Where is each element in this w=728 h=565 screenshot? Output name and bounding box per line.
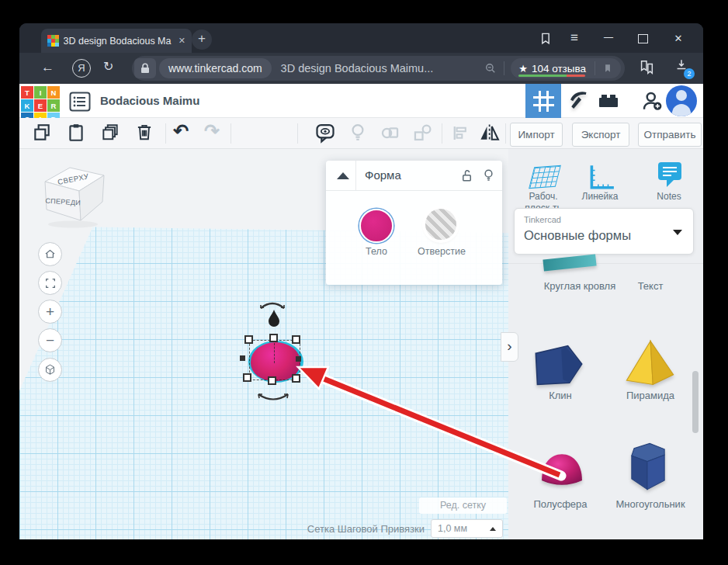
lock-icon[interactable] bbox=[134, 58, 156, 78]
side-handle[interactable] bbox=[296, 356, 301, 362]
tab-favicon bbox=[47, 35, 59, 47]
copy-icon[interactable] bbox=[32, 123, 52, 143]
shape-label: Клин bbox=[514, 390, 607, 401]
rating-bar bbox=[518, 75, 585, 77]
browser-menu-button[interactable]: ≡ bbox=[566, 30, 583, 46]
snap-grid-select[interactable]: 1,0 мм bbox=[431, 519, 503, 538]
ruler-icon[interactable] bbox=[586, 163, 615, 191]
lightbulb-icon[interactable] bbox=[347, 122, 369, 144]
reload-button[interactable]: ↻ bbox=[103, 59, 113, 74]
send-button[interactable]: Отправить bbox=[638, 123, 702, 147]
back-button[interactable]: ← bbox=[41, 60, 54, 75]
shape-tile-round-roof[interactable] bbox=[543, 254, 596, 271]
height-dash-line bbox=[274, 343, 275, 363]
home-view-button[interactable] bbox=[38, 242, 62, 266]
unlock-icon[interactable] bbox=[459, 168, 474, 183]
ungroup-icon[interactable] bbox=[412, 123, 433, 144]
screen: 3D design Bodacious Ma ✕ + ≡ — ✕ ← Я ↻ w… bbox=[0, 0, 728, 565]
lego-brick-icon[interactable] bbox=[597, 91, 620, 111]
side-handle[interactable] bbox=[240, 355, 245, 361]
hole-option[interactable] bbox=[425, 209, 456, 240]
edit-grid-button[interactable]: Ред. сетку bbox=[419, 497, 507, 514]
browser-tab[interactable]: 3D design Bodacious Ma ✕ bbox=[41, 29, 192, 53]
shape-tile-polygon[interactable] bbox=[622, 438, 674, 495]
grid-icon bbox=[533, 91, 554, 112]
import-button[interactable]: Импорт bbox=[510, 123, 563, 147]
reviews-badge[interactable]: ★ 104 отзыва bbox=[511, 58, 621, 78]
notes-icon[interactable] bbox=[656, 160, 684, 191]
window-close-button[interactable]: ✕ bbox=[670, 31, 687, 47]
fit-view-button[interactable] bbox=[38, 271, 62, 295]
perspective-button[interactable] bbox=[38, 358, 62, 382]
dashboard-button[interactable] bbox=[525, 84, 561, 118]
shape-properties-panel: Форма Тело Отверстие bbox=[326, 161, 502, 285]
scale-handle[interactable] bbox=[269, 334, 278, 342]
ruler-label: Линейка bbox=[569, 191, 631, 202]
download-badge: 2 bbox=[684, 68, 695, 79]
scale-handle[interactable] bbox=[292, 335, 300, 344]
minimize-button[interactable]: — bbox=[600, 29, 617, 45]
url-host[interactable]: www.tinkercad.com bbox=[159, 58, 272, 78]
tab-title: 3D design Bodacious Ma bbox=[64, 36, 174, 47]
divider bbox=[508, 263, 703, 264]
collapse-icon[interactable] bbox=[337, 172, 349, 179]
zoom-out-page-icon[interactable] bbox=[484, 61, 497, 75]
shape-tile-pyramid[interactable] bbox=[621, 337, 678, 390]
divider bbox=[355, 161, 356, 190]
solid-label: Тело bbox=[344, 246, 409, 257]
shape-label: Пирамида bbox=[604, 390, 697, 401]
snap-grid-label: Сетка Шаговой Привязки bbox=[276, 523, 425, 535]
show-all-icon[interactable] bbox=[314, 122, 336, 144]
scale-handle[interactable] bbox=[244, 335, 253, 344]
export-button[interactable]: Экспорт bbox=[572, 123, 629, 147]
view-cube[interactable]: СВЕРХУ СПЕРЕДИ bbox=[39, 161, 110, 230]
group-icon[interactable] bbox=[380, 123, 400, 144]
divider bbox=[442, 123, 442, 144]
yandex-button[interactable]: Я bbox=[72, 59, 91, 78]
library-brand: Tinkercad bbox=[524, 215, 561, 224]
solid-option[interactable] bbox=[359, 209, 393, 243]
lightbulb-icon[interactable] bbox=[481, 168, 496, 183]
scale-handle[interactable] bbox=[268, 376, 276, 385]
select-arrow-icon bbox=[490, 527, 496, 531]
new-tab-button[interactable]: + bbox=[192, 29, 212, 50]
tab-groups-icon[interactable] bbox=[538, 31, 553, 47]
rotate-handle-top[interactable] bbox=[257, 298, 288, 310]
duplicate-icon[interactable] bbox=[100, 123, 120, 143]
scale-handle[interactable] bbox=[292, 374, 300, 383]
divider bbox=[504, 61, 504, 75]
bookmark-icon[interactable] bbox=[602, 62, 613, 75]
maximize-button[interactable] bbox=[638, 34, 648, 43]
undo-button[interactable]: ↶ bbox=[173, 120, 189, 142]
zoom-in-button[interactable]: + bbox=[38, 300, 62, 324]
design-title[interactable]: Bodacious Maimu bbox=[100, 94, 199, 107]
align-icon[interactable] bbox=[449, 123, 470, 144]
divider bbox=[326, 190, 502, 191]
rotate-handle-bottom[interactable] bbox=[255, 391, 292, 405]
flip-icon[interactable] bbox=[477, 121, 501, 144]
viewport[interactable]: СВЕРХУ СПЕРЕДИ + − bbox=[19, 149, 508, 539]
add-user-icon[interactable] bbox=[640, 89, 664, 113]
workplane-tool[interactable] bbox=[526, 161, 563, 192]
raise-handle[interactable] bbox=[268, 309, 280, 328]
minecraft-pickaxe-icon[interactable] bbox=[567, 89, 589, 111]
delete-icon[interactable] bbox=[134, 122, 154, 142]
shape-library-dropdown[interactable]: Tinkercad Основные формы bbox=[514, 208, 694, 255]
shape-tile-wedge[interactable] bbox=[532, 341, 586, 388]
library-name: Основные формы bbox=[524, 228, 631, 243]
scrollbar-thumb[interactable] bbox=[692, 371, 699, 433]
zoom-out-button[interactable]: − bbox=[38, 328, 62, 352]
dropdown-arrow-icon bbox=[673, 230, 682, 235]
notes-label: Notes bbox=[638, 191, 700, 202]
panel-collapse-button[interactable]: › bbox=[501, 332, 518, 362]
url-bar[interactable]: www.tinkercad.com 3D design Bodacious Ma… bbox=[132, 56, 625, 81]
redo-button[interactable]: ↷ bbox=[204, 120, 220, 142]
scale-handle[interactable] bbox=[243, 373, 251, 382]
design-menu-icon[interactable] bbox=[69, 92, 91, 112]
avatar[interactable] bbox=[666, 85, 697, 116]
tab-close-icon[interactable]: ✕ bbox=[179, 36, 185, 46]
workplane-label-line1: Рабоч. bbox=[512, 191, 574, 202]
collections-icon[interactable] bbox=[638, 59, 655, 76]
shape-tile-hemisphere[interactable] bbox=[539, 450, 584, 490]
paste-icon[interactable] bbox=[66, 123, 86, 143]
